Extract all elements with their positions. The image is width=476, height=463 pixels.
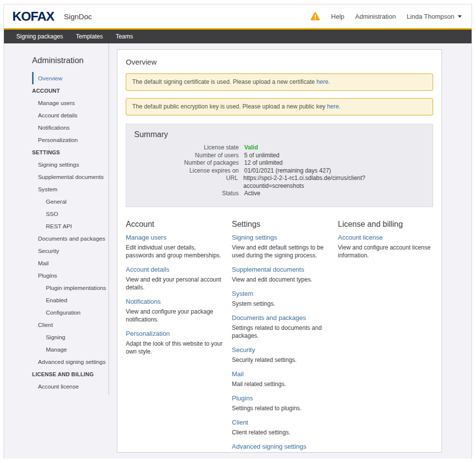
- summary-row-number-of-packages: Number of packages12 of unlimited: [134, 159, 425, 167]
- link-signing-settings[interactable]: Signing settings: [232, 234, 277, 241]
- link-supplemental-documents[interactable]: Supplemental documents: [232, 266, 304, 273]
- link-system[interactable]: System: [232, 290, 253, 297]
- app-window: KOFAX SignDoc Help Administration Linda …: [3, 4, 472, 459]
- sidebar-item-system[interactable]: System: [4, 183, 109, 195]
- sidebar-item-general[interactable]: General: [4, 195, 109, 208]
- summary-label: License state: [134, 144, 239, 152]
- link-personalization[interactable]: Personalization: [126, 330, 170, 337]
- summary-label: Status: [134, 190, 239, 198]
- sidebar-item-advanced-signing-settings[interactable]: Advanced signing settings: [4, 356, 109, 368]
- page-body: Administration OverviewACCOUNTManage use…: [4, 43, 472, 459]
- link-description: Settings related to plugins.: [232, 404, 329, 412]
- summary-row-status: StatusActive: [134, 190, 425, 198]
- link-description: View and configure account license infor…: [338, 244, 433, 259]
- summary-value: https://spci-2-2-1-rc1.ci.sdlabs.de/cirr…: [243, 175, 425, 190]
- sidebar-item-supplemental-documents[interactable]: Supplemental documents: [4, 171, 109, 183]
- nav-item-signing-packages[interactable]: Signing packages: [10, 30, 70, 43]
- summary-row-url: URLhttps://spci-2-2-1-rc1.ci.sdlabs.de/c…: [134, 175, 425, 190]
- sidebar-item-enabled[interactable]: Enabled: [4, 294, 109, 306]
- link-account-details[interactable]: Account details: [126, 266, 169, 273]
- link-description: Security related settings.: [232, 356, 329, 364]
- column-license-and-billing: License and billingAccount licenseView a…: [338, 220, 433, 453]
- column-title: Settings: [232, 220, 329, 229]
- sidebar-item-plugins[interactable]: Plugins: [4, 269, 109, 282]
- sidebar-item-manage[interactable]: Manage: [4, 343, 109, 356]
- nav-item-templates[interactable]: Templates: [70, 30, 110, 43]
- summary-row-license-expires-on: License expires on01/01/2021 (remaining …: [134, 167, 425, 175]
- summary-value: 12 of unlimited: [244, 159, 283, 167]
- alert-banner-2: The default public encryption key is use…: [126, 98, 433, 115]
- warning-triangle-icon[interactable]: [310, 12, 320, 21]
- link-description: View and configure your package notifica…: [126, 308, 223, 323]
- top-header: KOFAX SignDoc Help Administration Linda …: [4, 4, 472, 28]
- column-title: License and billing: [338, 220, 433, 229]
- sidebar-item-personalization[interactable]: Personalization: [4, 134, 109, 146]
- column-account: AccountManage usersEdit individual user …: [126, 220, 223, 453]
- summary-label: Number of users: [134, 152, 239, 160]
- link-mail[interactable]: Mail: [232, 370, 244, 378]
- sidebar-item-sso[interactable]: SSO: [4, 208, 109, 220]
- app-title: SignDoc: [64, 12, 92, 21]
- help-link[interactable]: Help: [331, 13, 344, 20]
- summary-label: Number of packages: [134, 159, 239, 167]
- summary-label: License expires on: [134, 167, 239, 175]
- page-title: Overview: [126, 58, 433, 66]
- alert-here-link[interactable]: here: [317, 78, 329, 85]
- sidebar-item-overview[interactable]: Overview: [32, 72, 109, 84]
- link-advanced-signing-settings[interactable]: Advanced signing settings: [232, 443, 306, 450]
- sidebar-section-license-and-billing: LICENSE AND BILLING: [4, 368, 109, 380]
- sidebar-item-manage-users[interactable]: Manage users: [4, 97, 109, 109]
- sidebar-item-security[interactable]: Security: [4, 245, 109, 257]
- link-description: View and edit default settings to be use…: [232, 244, 329, 259]
- user-name: Linda Thompson: [406, 13, 454, 20]
- sidebar-item-signing-settings[interactable]: Signing settings: [4, 158, 109, 171]
- sidebar-item-configuration[interactable]: Configuration: [4, 306, 109, 319]
- link-description: View and edit document types.: [232, 276, 329, 284]
- sidebar-item-notifications[interactable]: Notifications: [4, 121, 109, 134]
- chevron-down-icon: [458, 15, 462, 18]
- sidebar-item-account-license[interactable]: Account license: [4, 380, 109, 392]
- link-description: Advanced settings related to the signing…: [232, 453, 329, 453]
- header-actions: Help Administration Linda Thompson: [310, 12, 462, 21]
- link-security[interactable]: Security: [232, 346, 255, 354]
- alert-banner-1: The default signing certificate is used.…: [126, 73, 433, 91]
- summary-box: Summary License stateValidNumber of user…: [126, 124, 433, 207]
- alert-here-link[interactable]: here: [327, 103, 339, 110]
- summary-value: 01/01/2021 (remaining days 427): [244, 167, 331, 175]
- link-description: Settings related to documents and packag…: [232, 324, 329, 340]
- sidebar-item-plugin-implementations[interactable]: Plugin implementations: [4, 282, 109, 294]
- link-plugins[interactable]: Plugins: [232, 394, 253, 402]
- link-account-license[interactable]: Account license: [338, 234, 383, 241]
- alerts-area: The default signing certificate is used.…: [126, 73, 433, 115]
- sidebar-item-account-details[interactable]: Account details: [4, 109, 109, 121]
- user-menu[interactable]: Linda Thompson: [406, 13, 462, 20]
- sidebar-item-signing[interactable]: Signing: [4, 331, 109, 343]
- link-description: System settings.: [232, 300, 329, 308]
- link-description: Adapt the look of this website to your o…: [126, 340, 223, 356]
- kofax-logo[interactable]: KOFAX: [12, 9, 54, 24]
- link-manage-users[interactable]: Manage users: [126, 234, 166, 241]
- link-description: Mail related settings.: [232, 380, 329, 388]
- summary-value: Active: [244, 190, 260, 198]
- admin-sidebar: Administration OverviewACCOUNTManage use…: [4, 43, 109, 395]
- link-documents-and-packages[interactable]: Documents and packages: [232, 314, 306, 321]
- summary-row-number-of-users: Number of users5 of unlimited: [134, 152, 425, 160]
- link-client[interactable]: Client: [232, 419, 248, 426]
- alert-text: The default public encryption key is use…: [132, 103, 327, 110]
- alert-text-suffix: .: [329, 78, 330, 85]
- sidebar-item-mail[interactable]: Mail: [4, 257, 109, 269]
- summary-row-license-state: License stateValid: [134, 144, 425, 152]
- alert-text-suffix: .: [339, 103, 340, 110]
- summary-label: URL: [134, 175, 238, 190]
- sidebar-item-rest-api[interactable]: REST API: [4, 220, 109, 232]
- link-description: View and edit your personal account deta…: [126, 276, 223, 291]
- summary-value: 5 of unlimited: [244, 152, 279, 160]
- main-nav: Signing packagesTemplatesTeams: [4, 30, 472, 43]
- sidebar-menu: OverviewACCOUNTManage usersAccount detai…: [4, 72, 109, 392]
- link-notifications[interactable]: Notifications: [126, 298, 161, 305]
- sidebar-item-documents-and-packages[interactable]: Documents and packages: [4, 232, 109, 245]
- nav-item-teams[interactable]: Teams: [109, 30, 139, 43]
- sidebar-item-client[interactable]: Client: [4, 319, 109, 331]
- link-description: Edit individual user details, passwords …: [126, 244, 223, 259]
- administration-link[interactable]: Administration: [355, 13, 396, 20]
